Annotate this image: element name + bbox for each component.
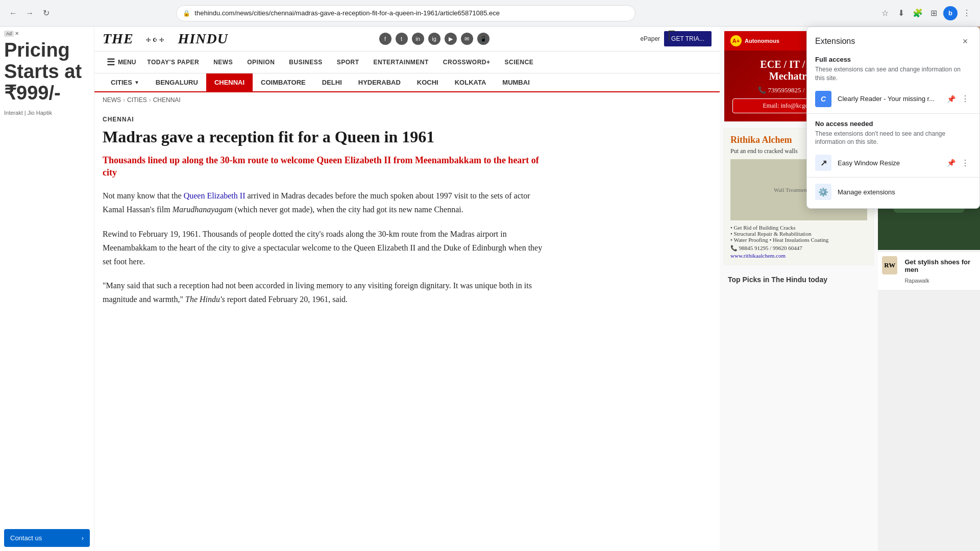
contact-label: Contact us [10, 534, 42, 542]
profile-avatar[interactable]: b [943, 6, 958, 20]
tab-delhi[interactable]: DELHI [314, 73, 350, 91]
reload-button[interactable]: ↻ [39, 6, 53, 20]
pricing-text: Pricing Starts at ₹999/- [4, 40, 90, 104]
contact-arrow-icon: › [82, 534, 84, 542]
no-access-heading: No access needed [807, 116, 979, 130]
logo-text: THE ☩☪☩ HINDU [103, 31, 228, 47]
youtube-icon[interactable]: ▶ [445, 33, 457, 45]
ad-rithika-website: www.rithikaalchem.com [730, 253, 867, 259]
queen-elizabeth-link[interactable]: Queen Elizabeth II [184, 191, 246, 200]
nav-todays-paper[interactable]: TODAY'S PAPER [140, 53, 206, 72]
easy-window-resize-icon: ↗ [815, 155, 831, 171]
nav-business[interactable]: BUSINESS [282, 53, 329, 72]
browser-actions: ☆ ⬇ 🧩 ⊞ b ⋮ [878, 6, 974, 20]
cities-bar: CITIES ▼ BENGALURU CHENNAI COIMBATORE DE… [94, 73, 720, 92]
address-bar[interactable]: 🔒 thehindu.com/news/cities/chennai/madra… [176, 5, 635, 21]
ad-rithika-services: • Get Rid of Building Cracks • Structura… [730, 224, 867, 243]
tab-mumbai[interactable]: MUMBAI [494, 73, 537, 91]
tab-coimbatore[interactable]: COIMBATORE [253, 73, 314, 91]
ad-close-button[interactable]: ✕ [15, 31, 19, 37]
bookmark-star-button[interactable]: ☆ [878, 6, 892, 20]
brand-logo: RW [882, 256, 897, 274]
facebook-icon[interactable]: f [379, 33, 391, 45]
clearly-reader-icon: C [815, 91, 831, 107]
tab-kochi[interactable]: KOCHI [409, 73, 447, 91]
download-button[interactable]: ⬇ [894, 6, 909, 20]
extensions-header: Extensions × [807, 27, 979, 52]
social-icons: f t in ig ▶ ✉ 📱 [379, 33, 489, 45]
tab-bengaluru[interactable]: BENGALURU [148, 73, 206, 91]
interakt-label: Interakt | Jio Haptik [4, 110, 90, 116]
nav-links: TODAY'S PAPER NEWS OPINION BUSINESS SPOR… [140, 53, 541, 72]
tab-hyderabad[interactable]: HYDERABAD [350, 73, 409, 91]
nav-sport[interactable]: SPORT [330, 53, 366, 72]
email-icon[interactable]: ✉ [461, 33, 473, 45]
main-area: THE ☩☪☩ HINDU f t in ig ▶ ✉ 📱 ePaper GET… [94, 27, 720, 551]
contact-us-button[interactable]: Contact us › [4, 529, 90, 547]
tab-kolkata[interactable]: KOLKATA [447, 73, 495, 91]
mobile-icon[interactable]: 📱 [477, 33, 489, 45]
hamburger-icon: ☰ [107, 57, 115, 68]
ad-label: Ad [4, 31, 14, 37]
article-container: CHENNAI Madras gave a reception fit for … [94, 108, 554, 324]
twitter-icon[interactable]: t [396, 33, 408, 45]
easy-window-resize-pin-button[interactable]: 📌 [945, 157, 957, 169]
brand-info: Get stylish shoes for men Rapawalk [900, 256, 976, 286]
nav-science[interactable]: SCIENCE [498, 53, 541, 72]
article-body: Not many know that the Queen Elizabeth I… [103, 189, 546, 306]
extensions-panel: Extensions × Full access These extension… [806, 27, 980, 209]
url-text: thehindu.com/news/cities/chennai/madras-… [194, 9, 500, 17]
cities-label: CITIES [111, 79, 132, 86]
back-button[interactable]: ← [6, 6, 20, 20]
ad-college-name: Autonomous [745, 38, 779, 44]
clearly-reader-more-button[interactable]: ⋮ [959, 93, 971, 105]
no-access-desc: These extensions don't need to see and c… [807, 130, 979, 151]
nav-news[interactable]: NEWS [206, 53, 240, 72]
extensions-button[interactable]: 🧩 [911, 6, 925, 20]
easy-window-resize-more-button[interactable]: ⋮ [959, 157, 971, 169]
clearly-reader-pin-button[interactable]: 📌 [945, 93, 957, 105]
left-sidebar: Ad ✕ Pricing Starts at ₹999/- Interakt |… [0, 27, 94, 551]
get-trial-button[interactable]: GET TRIA... [664, 31, 712, 46]
nav-entertainment[interactable]: ENTERTAINMENT [366, 53, 436, 72]
instagram-icon[interactable]: ig [428, 33, 440, 45]
tab-chennai[interactable]: CHENNAI [206, 73, 253, 91]
full-access-heading: Full access [807, 52, 979, 65]
easy-window-resize-actions: 📌 ⋮ [945, 157, 971, 169]
linkedin-icon[interactable]: in [412, 33, 424, 45]
manage-extensions-label: Manage extensions [838, 188, 895, 196]
breadcrumb-news[interactable]: NEWS [103, 96, 121, 104]
full-access-desc: These extensions can see and change info… [807, 65, 979, 87]
more-options-button[interactable]: ⋮ [960, 6, 974, 20]
top-header: THE ☩☪☩ HINDU f t in ig ▶ ✉ 📱 ePaper GET… [94, 27, 720, 52]
forward-button[interactable]: → [22, 6, 37, 20]
extensions-title: Extensions [815, 37, 855, 46]
article-section: CHENNAI [103, 116, 546, 123]
nav-buttons: ← → ↻ [6, 6, 53, 20]
rapawalk-promo: RW Get stylish shoes for men Rapawalk [878, 251, 980, 290]
cities-dropdown-icon: ▼ [134, 80, 139, 85]
rapawalk-label: Rapawalk [900, 276, 976, 286]
nav-opinion[interactable]: OPINION [240, 53, 282, 72]
breadcrumb-sep-2: › [149, 96, 151, 104]
cities-dropdown-tab[interactable]: CITIES ▼ [103, 73, 148, 91]
tab-groups-button[interactable]: ⊞ [927, 6, 941, 20]
clearly-reader-name: Clearly Reader - Your missing r... [838, 95, 939, 103]
nav-crossword[interactable]: CROSSWORD+ [436, 53, 498, 72]
ad-rithika-phones: 📞 98845 91295 / 99620 60447 [730, 245, 867, 252]
clearly-reader-actions: 📌 ⋮ [945, 93, 971, 105]
breadcrumb-cities[interactable]: CITIES [127, 96, 147, 104]
article-title: Madras gave a reception fit for a Queen … [103, 127, 546, 146]
easy-window-resize-item: ↗ Easy Window Resize 📌 ⋮ [807, 151, 979, 175]
main-nav: ☰ MENU TODAY'S PAPER NEWS OPINION BUSINE… [94, 52, 720, 73]
easy-window-resize-name: Easy Window Resize [838, 159, 939, 167]
article-paragraph-1: Not many know that the Queen Elizabeth I… [103, 189, 546, 216]
epaper-link[interactable]: ePaper [640, 35, 660, 42]
manage-extensions-item[interactable]: ⚙️ Manage extensions [807, 180, 979, 208]
menu-button[interactable]: ☰ MENU [103, 52, 140, 73]
header-actions: ePaper GET TRIA... [640, 31, 712, 46]
top-picks-heading: Top Picks in The Hindu today [724, 271, 874, 288]
extensions-divider-2 [807, 177, 979, 178]
breadcrumb-chennai[interactable]: CHENNAI [153, 96, 181, 104]
extensions-close-button[interactable]: × [959, 35, 971, 47]
